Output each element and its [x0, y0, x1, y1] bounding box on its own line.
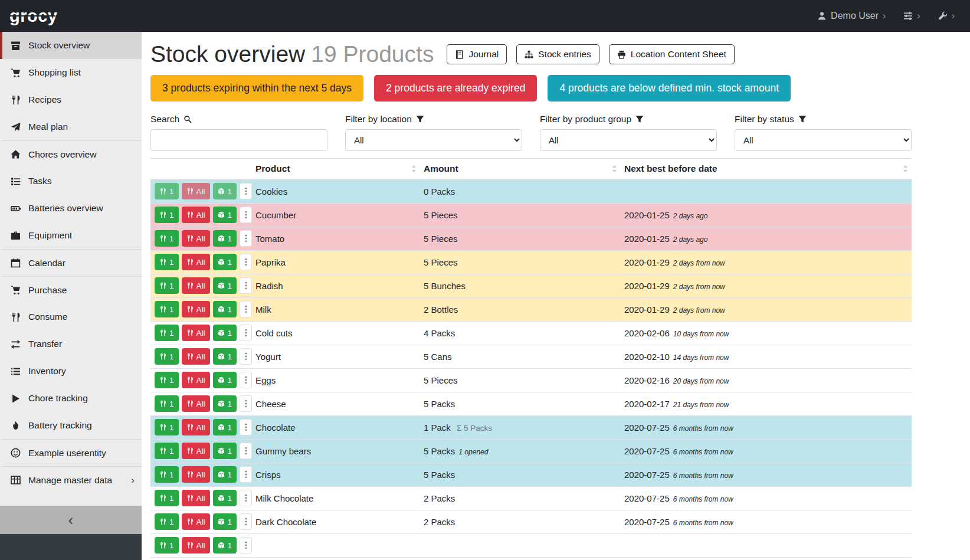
sidebar-item-shopping-list[interactable]: Shopping list — [0, 59, 142, 86]
consume-one-button[interactable]: 1 — [155, 254, 179, 270]
sidebar-item-tasks[interactable]: Tasks — [0, 168, 142, 195]
consume-one-button[interactable]: 1 — [155, 513, 179, 530]
search-input[interactable] — [150, 129, 327, 151]
row-menu-button[interactable] — [240, 207, 252, 223]
grocy-logo[interactable]: grocy — [9, 6, 57, 26]
row-menu-button[interactable] — [240, 301, 252, 317]
open-one-button[interactable]: 1 — [213, 301, 237, 317]
row-menu-button[interactable] — [240, 348, 252, 365]
open-one-button[interactable]: 1 — [213, 254, 237, 270]
open-one-button[interactable]: 1 — [213, 348, 237, 365]
sidebar-item-meal-plan[interactable]: Meal plan — [0, 113, 142, 140]
consume-all-button[interactable]: All — [182, 513, 210, 530]
consume-one-button[interactable]: 1 — [155, 443, 179, 459]
consume-all-button[interactable]: All — [182, 207, 210, 223]
row-menu-button[interactable] — [240, 395, 252, 412]
settings-menu[interactable]: › — [903, 11, 920, 21]
row-menu-button[interactable] — [240, 466, 252, 483]
open-one-button[interactable]: 1 — [213, 513, 237, 530]
consume-one-button[interactable]: 1 — [155, 183, 179, 199]
open-one-button[interactable]: 1 — [213, 419, 237, 435]
consume-all-button[interactable]: All — [182, 372, 210, 388]
filter-by-location-select[interactable]: All — [345, 129, 522, 151]
column-header-product[interactable]: Product — [252, 159, 420, 180]
consume-all-button[interactable]: All — [182, 419, 210, 435]
consume-all-button[interactable]: All — [182, 490, 210, 506]
sidebar-item-manage-master-data[interactable]: Manage master data› — [0, 466, 142, 493]
admin-menu[interactable]: › — [938, 11, 955, 21]
consume-all-button[interactable]: All — [182, 301, 210, 317]
row-menu-button[interactable] — [240, 490, 252, 506]
consume-all-button[interactable]: All — [182, 395, 210, 412]
alert-warning-button[interactable]: 3 products expiring within the next 5 da… — [150, 75, 363, 101]
row-menu-button[interactable] — [240, 443, 252, 459]
sidebar-item-chores-overview[interactable]: Chores overview — [0, 140, 142, 168]
open-one-button[interactable]: 1 — [213, 183, 237, 199]
consume-one-button[interactable]: 1 — [155, 419, 179, 435]
row-menu-button[interactable] — [240, 183, 252, 199]
alert-info-button[interactable]: 4 products are below defined min. stock … — [548, 75, 791, 101]
open-one-button[interactable]: 1 — [213, 372, 237, 388]
open-one-button[interactable]: 1 — [213, 395, 237, 412]
open-one-button[interactable]: 1 — [213, 325, 237, 341]
consume-one-button[interactable]: 1 — [155, 372, 179, 388]
sidebar-item-battery-tracking[interactable]: Battery tracking — [0, 412, 142, 439]
row-menu-button[interactable] — [240, 254, 252, 270]
sidebar-item-inventory[interactable]: Inventory — [0, 358, 142, 385]
consume-all-button[interactable]: All — [182, 537, 210, 554]
consume-one-button[interactable]: 1 — [155, 348, 179, 365]
open-one-button[interactable]: 1 — [213, 230, 237, 247]
open-one-button[interactable]: 1 — [213, 537, 237, 554]
filter-by-status-select[interactable]: All — [735, 129, 912, 151]
consume-one-button[interactable]: 1 — [155, 490, 179, 506]
row-menu-button[interactable] — [240, 325, 252, 341]
consume-all-button[interactable]: All — [182, 348, 210, 365]
open-one-button[interactable]: 1 — [213, 466, 237, 483]
consume-all-button[interactable]: All — [182, 254, 210, 270]
sidebar-collapse-button[interactable]: ‹ — [0, 506, 142, 534]
sidebar-item-example-userentity[interactable]: Example userentity — [0, 439, 142, 466]
consume-one-button[interactable]: 1 — [155, 301, 179, 317]
consume-one-button[interactable]: 1 — [155, 395, 179, 412]
sidebar-item-calendar[interactable]: Calendar — [0, 249, 142, 276]
consume-all-button[interactable]: All — [182, 466, 210, 483]
open-one-button[interactable]: 1 — [213, 207, 237, 223]
best-before-date: 2020-02-06 — [624, 328, 670, 338]
sidebar-item-batteries-overview[interactable]: Batteries overview — [0, 195, 142, 222]
open-one-button[interactable]: 1 — [213, 490, 237, 506]
consume-all-button[interactable]: All — [182, 230, 210, 247]
filter-by-product-group-select[interactable]: All — [540, 129, 717, 151]
consume-all-button[interactable]: All — [182, 443, 210, 459]
sidebar-item-stock-overview[interactable]: Stock overview — [0, 32, 142, 59]
sidebar-item-equipment[interactable]: Equipment — [0, 222, 142, 249]
column-header-amount[interactable]: Amount — [420, 159, 621, 180]
consume-all-button[interactable]: All — [182, 277, 210, 294]
user-menu[interactable]: Demo User › — [817, 11, 886, 21]
row-menu-button[interactable] — [240, 513, 252, 530]
open-one-button[interactable]: 1 — [213, 277, 237, 294]
consume-one-button[interactable]: 1 — [155, 466, 179, 483]
consume-one-button[interactable]: 1 — [155, 230, 179, 247]
alert-danger-button[interactable]: 2 products are already expired — [374, 75, 537, 101]
row-menu-button[interactable] — [240, 372, 252, 388]
sidebar-item-transfer[interactable]: Transfer — [0, 330, 142, 358]
sidebar-item-chore-tracking[interactable]: Chore tracking — [0, 385, 142, 412]
sidebar-item-consume[interactable]: Consume — [0, 303, 142, 330]
row-menu-button[interactable] — [240, 419, 252, 435]
column-header-next-best-before-date[interactable]: Next best before date — [621, 159, 912, 180]
consume-one-button[interactable]: 1 — [155, 325, 179, 341]
consume-all-button[interactable]: All — [182, 183, 210, 199]
consume-one-button[interactable]: 1 — [155, 537, 179, 554]
sidebar-item-purchase[interactable]: Purchase — [0, 276, 142, 303]
stock-entries-button[interactable]: Stock entries — [516, 44, 599, 64]
row-menu-button[interactable] — [240, 537, 252, 554]
consume-one-button[interactable]: 1 — [155, 207, 179, 223]
location-content-sheet-button[interactable]: Location Content Sheet — [609, 44, 735, 64]
row-menu-button[interactable] — [240, 277, 252, 294]
consume-all-button[interactable]: All — [182, 325, 210, 341]
journal-button[interactable]: Journal — [447, 44, 507, 64]
open-one-button[interactable]: 1 — [213, 443, 237, 459]
consume-one-button[interactable]: 1 — [155, 277, 179, 294]
row-menu-button[interactable] — [240, 230, 252, 247]
sidebar-item-recipes[interactable]: Recipes — [0, 86, 142, 113]
